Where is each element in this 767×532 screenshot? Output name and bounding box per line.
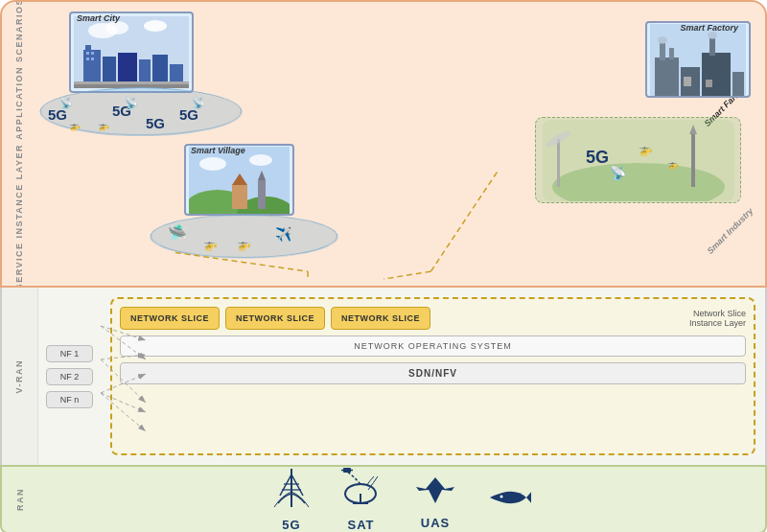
network-content: NETWORK SLICE NETWORK SLICE NETWORK SLIC…	[101, 288, 765, 465]
drone-icon-1: 🚁	[69, 121, 81, 131]
network-slice-instance-container: NETWORK SLICE NETWORK SLICE NETWORK SLIC…	[110, 297, 755, 455]
svg-rect-30	[732, 72, 744, 96]
uas-ran-label: UAS	[421, 516, 450, 530]
svg-point-3	[144, 20, 167, 32]
svg-point-18	[199, 157, 226, 171]
smart-village-area: Smart Village 🛸 🚁 🚁 ✈️	[151, 144, 342, 259]
svg-rect-12	[91, 52, 94, 55]
fish-icon	[488, 481, 531, 519]
svg-line-51	[384, 271, 430, 279]
svg-text:🚁: 🚁	[667, 158, 680, 171]
satellite-icon	[339, 467, 383, 514]
ran-sat-item: SAT	[339, 467, 383, 532]
nf2-box: NF 2	[46, 368, 93, 385]
vran-label: V-RAN	[14, 359, 25, 394]
network-slice-instance-label: Network Slice Instance Layer	[436, 309, 746, 328]
svg-rect-40	[557, 139, 560, 187]
smart-city-label: Smart City	[77, 13, 120, 23]
top-scene-content: Smart City 5G 5G 5G 5G 📡 📡 📡 🚁 🚁	[2, 2, 765, 286]
nfn-box: NF n	[46, 391, 93, 408]
svg-rect-11	[86, 52, 89, 55]
smart-industry-area: Smart Farming	[535, 21, 755, 213]
vran-layer: V-RAN NF 1 NF 2 NF n NETWORK SLICE NETWO…	[0, 288, 767, 465]
svg-point-34	[658, 36, 667, 44]
smart-city-area: Smart City 5G 5G 5G 5G 📡 📡 📡 🚁 🚁	[40, 12, 251, 136]
network-slice-box-1: NETWORK SLICE	[120, 307, 220, 330]
ran-uas-item: UAS	[411, 470, 459, 530]
svg-rect-24	[258, 180, 266, 209]
ran-label: RAN	[15, 488, 26, 511]
network-slice-box-2: NETWORK SLICE	[225, 307, 325, 330]
svg-text:🚁: 🚁	[639, 142, 653, 156]
svg-point-71	[500, 495, 503, 497]
svg-point-2	[105, 21, 128, 35]
svg-point-19	[249, 154, 272, 166]
smart-village-label: Smart Village	[191, 146, 245, 155]
svg-rect-5	[85, 45, 91, 53]
smart-city-screen	[69, 12, 194, 93]
main-diagram: APPLICATION SCENARIOS SERVICE INSTANCE L…	[0, 0, 767, 532]
antenna-icon-3: 📡	[192, 97, 205, 109]
smart-factory-screen	[645, 21, 751, 98]
ran-sea-item	[488, 481, 531, 519]
svg-rect-27	[655, 58, 679, 96]
application-layer: APPLICATION SCENARIOS SERVICE INSTANCE L…	[0, 0, 767, 288]
5g-badge-4: 5G	[146, 115, 165, 131]
svg-rect-37	[706, 80, 712, 87]
ran-layer: RAN	[0, 465, 767, 532]
smart-factory-label: Smart Factory	[680, 23, 738, 33]
svg-rect-29	[702, 53, 731, 96]
smart-industry-label: Smart Industry	[706, 206, 755, 256]
svg-rect-42	[691, 134, 695, 187]
nf1-box: NF 1	[46, 345, 93, 362]
svg-rect-33	[709, 38, 715, 56]
nf-column: NF 1 NF 2 NF n	[38, 288, 101, 465]
svg-rect-13	[86, 58, 89, 60]
drone-icon-2: 🚁	[98, 121, 109, 131]
drone-plane-icon	[411, 470, 459, 512]
svg-rect-14	[91, 58, 94, 60]
ran-label-container: RAN	[2, 488, 38, 511]
ran-content: 5G	[38, 467, 765, 532]
blimp-icon: 🛸	[168, 223, 187, 242]
svg-rect-16	[74, 81, 189, 84]
sdn-nfv-box: SDN/NFV	[120, 362, 746, 384]
antenna-icon-2: 📡	[125, 97, 138, 109]
smart-industry-platform: 5G 🚁 🚁 📡	[535, 117, 741, 203]
network-slice-box-3: NETWORK SLICE	[331, 307, 430, 330]
5g-ran-label: 5G	[282, 518, 300, 532]
sat-ran-label: SAT	[347, 518, 374, 532]
network-os-box: NETWORK OPERATING SYSTEM	[120, 335, 746, 357]
antenna-icon-1: 📡	[59, 97, 73, 109]
vran-label-container: V-RAN	[2, 288, 38, 465]
svg-rect-36	[684, 77, 691, 86]
svg-rect-32	[669, 48, 674, 59]
svg-rect-31	[660, 43, 665, 60]
antenna-tower-icon	[272, 467, 311, 514]
svg-text:5G: 5G	[586, 148, 609, 167]
slice-boxes-row: NETWORK SLICE NETWORK SLICE NETWORK SLIC…	[120, 307, 746, 330]
ran-5g-item: 5G	[272, 467, 311, 532]
svg-text:📡: 📡	[610, 165, 627, 181]
plane-icon: ✈️	[275, 226, 291, 242]
svg-line-50	[430, 173, 497, 272]
svg-rect-68	[343, 468, 351, 473]
drone-icon-v1: 🚁	[203, 238, 218, 251]
svg-rect-22	[232, 185, 247, 209]
drone-icon-v2: 🚁	[237, 238, 251, 251]
